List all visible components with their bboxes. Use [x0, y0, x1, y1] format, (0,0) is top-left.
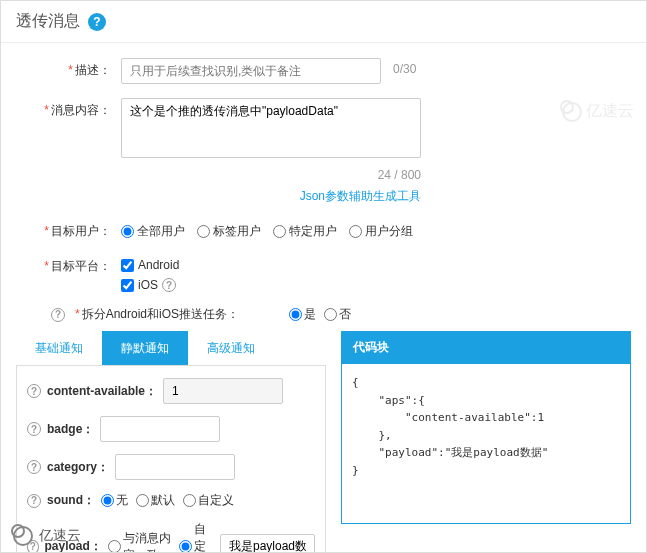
- row-target-platform: *目标平台： Android iOS ?: [31, 254, 616, 292]
- radio-split-yes[interactable]: [289, 308, 302, 321]
- radio-sound-none[interactable]: [101, 494, 114, 507]
- code-panel: 代码块 { "aps":{ "content-available":1 }, "…: [341, 331, 631, 553]
- radio-payload-custom[interactable]: [179, 540, 192, 553]
- content-available-input: [163, 378, 283, 404]
- payload-input[interactable]: [220, 534, 315, 554]
- form-area: *描述： 0/30 *消息内容： 这个是个推的透传消息中"payloadData…: [1, 43, 646, 323]
- code-header: 代码块: [341, 331, 631, 364]
- radio-payload-same[interactable]: [108, 540, 121, 553]
- radio-all-users[interactable]: [121, 225, 134, 238]
- split-help-icon[interactable]: ?: [51, 308, 65, 322]
- radio-split-no[interactable]: [324, 308, 337, 321]
- footer-brand: 亿速云: [13, 526, 81, 546]
- logo-icon: [13, 526, 33, 546]
- tab-content: ? content-available： ? badge： ? category…: [16, 366, 326, 553]
- sound-help-icon[interactable]: ?: [27, 494, 41, 508]
- content-counter: 24 / 800: [378, 164, 421, 182]
- tab-advanced[interactable]: 高级通知: [188, 331, 274, 365]
- row-target-user: *目标用户： 全部用户 标签用户 特定用户 用户分组: [31, 219, 616, 240]
- tab-silent[interactable]: 静默通知: [102, 331, 188, 365]
- category-help-icon[interactable]: ?: [27, 460, 41, 474]
- badge-help-icon[interactable]: ?: [27, 422, 41, 436]
- ca-help-icon[interactable]: ?: [27, 384, 41, 398]
- radio-tag-users[interactable]: [197, 225, 210, 238]
- category-input[interactable]: [115, 454, 235, 480]
- code-body: { "aps":{ "content-available":1 }, "payl…: [341, 364, 631, 524]
- page-title: 透传消息: [16, 11, 80, 32]
- radio-user-group[interactable]: [349, 225, 362, 238]
- content-textarea[interactable]: 这个是个推的透传消息中"payloadData": [121, 98, 421, 158]
- notification-tabs: 基础通知 静默通知 高级通知: [16, 331, 326, 366]
- json-helper-link[interactable]: Json参数辅助生成工具: [300, 188, 421, 205]
- help-icon[interactable]: ?: [88, 13, 106, 31]
- tab-basic[interactable]: 基础通知: [16, 331, 102, 365]
- badge-input[interactable]: [100, 416, 220, 442]
- description-counter: 0/30: [393, 58, 416, 76]
- row-description: *描述： 0/30: [31, 58, 616, 84]
- description-input[interactable]: [121, 58, 381, 84]
- row-split-task: ? *拆分Android和iOS推送任务： 是 否: [31, 306, 616, 323]
- target-user-radios: 全部用户 标签用户 特定用户 用户分组: [121, 219, 616, 240]
- radio-specific-users[interactable]: [273, 225, 286, 238]
- ios-help-icon[interactable]: ?: [162, 278, 176, 292]
- radio-sound-default[interactable]: [136, 494, 149, 507]
- check-android[interactable]: [121, 259, 134, 272]
- row-content: *消息内容： 这个是个推的透传消息中"payloadData" 24 / 800…: [31, 98, 616, 205]
- radio-sound-custom[interactable]: [183, 494, 196, 507]
- check-ios[interactable]: [121, 279, 134, 292]
- page-header: 透传消息 ?: [1, 1, 646, 43]
